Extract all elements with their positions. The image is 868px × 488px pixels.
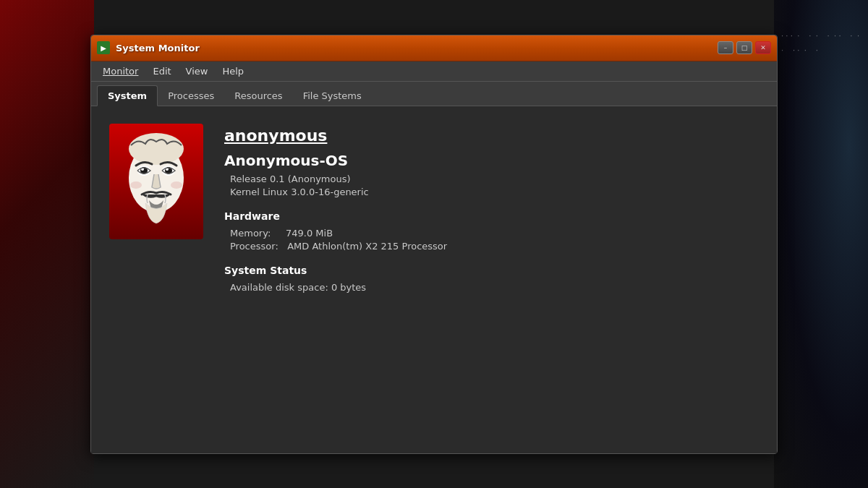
- menu-monitor[interactable]: Monitor: [97, 64, 144, 79]
- window-controls: – □ ✕: [718, 41, 771, 54]
- status-heading: System Status: [224, 265, 762, 276]
- anonymous-mask-icon: [120, 131, 192, 232]
- system-monitor-window: ▶ System Monitor – □ ✕ Monitor Edit View…: [90, 35, 778, 454]
- kernel-line: Kernel Linux 3.0.0-16-generic: [224, 187, 762, 197]
- menu-view[interactable]: View: [180, 64, 214, 79]
- close-button[interactable]: ✕: [755, 41, 771, 54]
- menubar: Monitor Edit View Help: [91, 61, 777, 82]
- svg-point-9: [171, 181, 182, 189]
- memory-value: 749.0 MiB: [286, 228, 333, 239]
- processor-value: AMD Athlon(tm) X2 215 Processor: [287, 241, 447, 252]
- hardware-heading: Hardware: [224, 210, 762, 222]
- username-label: anonymous: [224, 127, 762, 145]
- processor-label: Processor:: [230, 241, 278, 252]
- background-right: [774, 0, 868, 488]
- tabbar: System Processes Resources File Systems: [91, 82, 777, 106]
- release-line: Release 0.1 (Anonymous): [224, 174, 762, 184]
- content-area: anonymous Anonymous-OS Release 0.1 (Anon…: [91, 106, 777, 453]
- svg-point-8: [130, 181, 142, 189]
- tab-resources[interactable]: Resources: [224, 86, 292, 106]
- titlebar: ▶ System Monitor – □ ✕: [91, 35, 777, 61]
- window-title: System Monitor: [116, 43, 712, 53]
- menu-help[interactable]: Help: [216, 64, 250, 79]
- tab-system[interactable]: System: [97, 85, 158, 106]
- memory-line: Memory: 749.0 MiB: [224, 228, 762, 239]
- background-left: [0, 0, 94, 488]
- maximize-button[interactable]: □: [736, 41, 752, 54]
- os-logo-background: [109, 124, 203, 239]
- info-area: anonymous Anonymous-OS Release 0.1 (Anon…: [224, 124, 762, 436]
- tab-processes[interactable]: Processes: [158, 86, 224, 106]
- memory-label: Memory:: [230, 228, 271, 239]
- os-name-label: Anonymous-OS: [224, 152, 762, 169]
- minimize-button[interactable]: –: [718, 41, 733, 54]
- svg-point-1: [129, 133, 184, 165]
- menu-edit[interactable]: Edit: [147, 64, 176, 79]
- tab-filesystems[interactable]: File Systems: [293, 86, 372, 106]
- processor-line: Processor: AMD Athlon(tm) X2 215 Process…: [224, 241, 762, 252]
- app-icon: ▶: [97, 41, 110, 54]
- logo-area: [106, 124, 207, 436]
- disk-space-line: Available disk space: 0 bytes: [224, 282, 762, 293]
